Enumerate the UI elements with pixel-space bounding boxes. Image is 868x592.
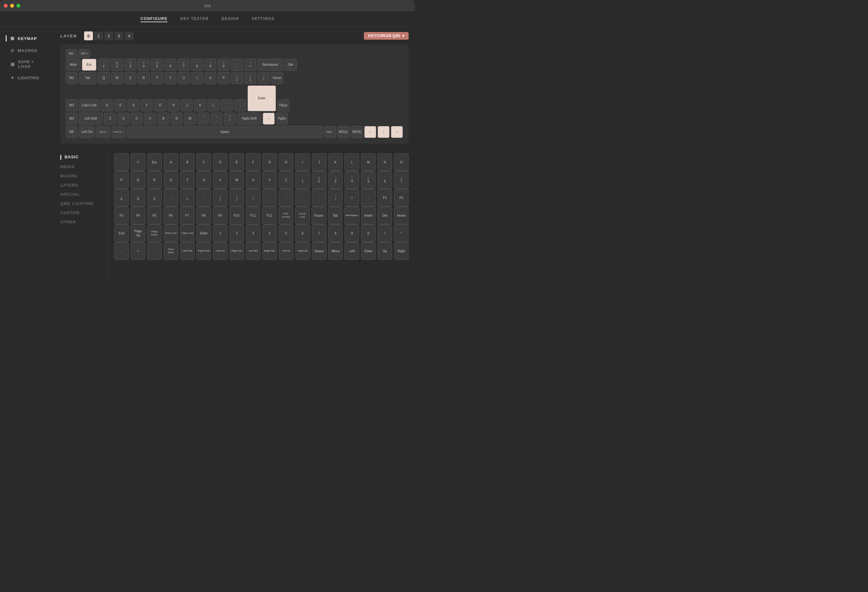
- pkey-f8[interactable]: F8: [196, 207, 211, 224]
- key-quote[interactable]: "': [234, 99, 246, 111]
- pkey-f1[interactable]: F1: [378, 189, 392, 207]
- key-l[interactable]: L: [208, 99, 220, 111]
- sidebar-item-keymap[interactable]: ⊞ KEYMAP: [0, 32, 54, 45]
- pkey-f[interactable]: F: [246, 153, 260, 171]
- pkey-end[interactable]: End: [114, 224, 129, 242]
- key-m2[interactable]: M2: [66, 72, 77, 84]
- key-7[interactable]: &7: [178, 59, 190, 71]
- pkey-f3[interactable]: F3: [114, 207, 129, 224]
- pkey-nabla[interactable]: ▽: [131, 153, 145, 171]
- pkey-eq[interactable]: =: [344, 189, 359, 207]
- key-rbracket[interactable]: }]: [244, 72, 256, 84]
- key-mo2[interactable]: MO(2): [337, 126, 349, 138]
- pkey-esc[interactable]: Esc: [147, 153, 162, 171]
- pkey-lctrl2[interactable]: Left Ctrl: [213, 242, 227, 260]
- pkey-p[interactable]: P: [114, 171, 129, 189]
- pkey-rwin[interactable]: Right Win: [262, 242, 277, 260]
- pkey-u[interactable]: U: [196, 171, 211, 189]
- key-g[interactable]: G: [154, 99, 166, 111]
- sidebar-item-lighting[interactable]: ✦ LIGHTING: [0, 72, 54, 83]
- key-u[interactable]: U: [178, 72, 190, 84]
- key-rshift[interactable]: Right Shift: [237, 113, 261, 125]
- key-vol-minus[interactable]: Vol -: [66, 49, 77, 58]
- pkey-semicolon[interactable]: :;: [262, 189, 277, 207]
- pkey-ins[interactable]: Insert: [361, 207, 376, 224]
- key-space[interactable]: Space: [127, 126, 323, 138]
- key-n[interactable]: N: [171, 113, 183, 125]
- key-f[interactable]: F: [141, 99, 153, 111]
- maximize-button[interactable]: [16, 4, 20, 7]
- pkey-backslash[interactable]: |\: [246, 189, 260, 207]
- close-button[interactable]: [4, 4, 7, 7]
- key-backslash[interactable]: |\: [258, 72, 270, 84]
- pkey-rbracket[interactable]: }]: [229, 189, 244, 207]
- pkey-d[interactable]: D: [213, 153, 227, 171]
- pkey-kp3[interactable]: 3: [246, 224, 260, 242]
- pkey-num5[interactable]: %5: [361, 171, 376, 189]
- key-6[interactable]: ^6: [164, 59, 176, 71]
- pkey-del2[interactable]: Del: [378, 207, 392, 224]
- key-pgup[interactable]: PgUp: [277, 99, 289, 111]
- pkey-l[interactable]: L: [344, 153, 359, 171]
- key-c[interactable]: C: [131, 113, 143, 125]
- pkey-f11[interactable]: F11: [246, 207, 260, 224]
- tab-configure[interactable]: CONFIGURE: [140, 16, 168, 22]
- key-del[interactable]: Del: [284, 59, 297, 71]
- pkey-m[interactable]: M: [361, 153, 376, 171]
- key-backspace[interactable]: Backspace: [258, 59, 283, 71]
- pkey-v[interactable]: V: [213, 171, 227, 189]
- key-2[interactable]: @2: [111, 59, 123, 71]
- key-0[interactable]: )0: [218, 59, 230, 71]
- pkey-kpstar[interactable]: *: [394, 224, 409, 242]
- pkey-numlk[interactable]: Num Lock: [164, 224, 178, 242]
- key-m5[interactable]: M5: [66, 126, 77, 138]
- key-8[interactable]: *8: [191, 59, 203, 71]
- key-semicolon[interactable]: :;: [221, 99, 233, 111]
- sidebar-item-save-load[interactable]: ▣ SAVE + LOAD: [0, 56, 54, 72]
- pkey-kpminus[interactable]: -: [114, 242, 129, 260]
- pkey-enter2[interactable]: Enter: [196, 224, 211, 242]
- pkey-e[interactable]: E: [229, 153, 244, 171]
- key-up[interactable]: ↑: [263, 113, 275, 125]
- key-lshift[interactable]: Left Shift: [79, 113, 103, 125]
- pkey-up[interactable]: Up: [378, 242, 392, 260]
- pkey-pause[interactable]: Pause: [311, 207, 326, 224]
- bottom-sidebar-macro[interactable]: MACRO: [54, 172, 108, 180]
- bottom-sidebar-custom[interactable]: CUSTOM: [54, 208, 108, 217]
- pkey-f2[interactable]: F2: [394, 189, 409, 207]
- pkey-j[interactable]: J: [312, 153, 326, 171]
- key-5[interactable]: %5: [151, 59, 163, 71]
- pkey-home[interactable]: Home: [394, 207, 409, 224]
- pkey-kpdot[interactable]: .: [147, 242, 162, 260]
- key-left[interactable]: ←: [364, 126, 376, 138]
- pkey-pgup[interactable]: Page Up: [131, 224, 145, 242]
- pkey-kp4[interactable]: 4: [262, 224, 277, 242]
- key-9[interactable]: (9: [204, 59, 216, 71]
- key-capslock[interactable]: Caps Lock: [79, 99, 100, 111]
- pkey-numenter[interactable]: Num Enter: [164, 242, 178, 260]
- pkey-plus[interactable]: +=: [180, 189, 195, 207]
- pkey-num9[interactable]: (9: [131, 189, 145, 207]
- key-z[interactable]: Z: [104, 113, 116, 125]
- pkey-cm[interactable]: ,: [361, 189, 376, 207]
- layer-btn-3[interactable]: 3: [115, 31, 123, 40]
- pkey-h[interactable]: H: [279, 153, 294, 171]
- pkey-kp1[interactable]: 1: [213, 224, 227, 242]
- key-q[interactable]: Q: [98, 72, 110, 84]
- pkey-bksp[interactable]: Backspace: [344, 207, 359, 224]
- pkey-o[interactable]: O: [394, 153, 409, 171]
- pkey-kp0[interactable]: 0: [361, 224, 376, 242]
- pkey-fslash[interactable]: ?/: [328, 189, 343, 207]
- bottom-sidebar-special[interactable]: SPECIAL: [54, 190, 108, 199]
- pkey-space2[interactable]: Space: [312, 242, 326, 260]
- pkey-k[interactable]: K: [328, 153, 343, 171]
- pkey-kpslash[interactable]: /: [378, 224, 392, 242]
- key-j[interactable]: J: [181, 99, 193, 111]
- key-lctrl[interactable]: Left Ctrl: [79, 126, 95, 138]
- key-mo4[interactable]: MO(4): [351, 126, 363, 138]
- pkey-minus[interactable]: _-: [164, 189, 178, 207]
- sidebar-item-macros[interactable]: ⊙ MACROS: [0, 45, 54, 56]
- key-pgdn[interactable]: PgDn: [276, 113, 288, 125]
- keyboard-name-button[interactable]: KEYCHRON Q65 ▾: [364, 32, 409, 40]
- layer-btn-0[interactable]: 0: [84, 31, 93, 40]
